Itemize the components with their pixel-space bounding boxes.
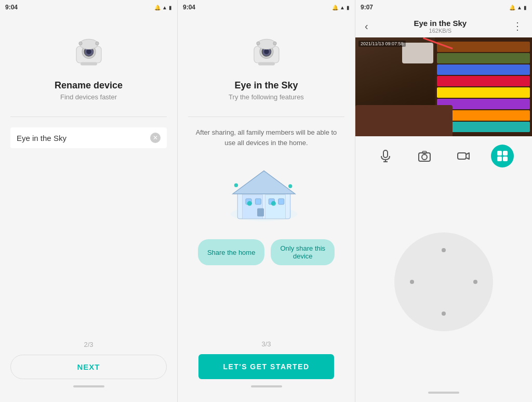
- grid-icon: [496, 149, 509, 163]
- svg-rect-38: [497, 151, 502, 155]
- signal-icon: 🔔: [154, 5, 161, 10]
- share-description: After sharing, all family members will b…: [188, 127, 344, 148]
- svg-marker-18: [233, 171, 295, 193]
- house-illustration: [225, 161, 308, 229]
- svg-point-3: [86, 49, 91, 55]
- svg-point-4: [79, 39, 98, 49]
- share-device-button[interactable]: Only share thisdevice: [271, 239, 335, 265]
- svg-rect-39: [503, 151, 508, 155]
- router: [402, 43, 433, 63]
- svg-rect-40: [497, 157, 502, 161]
- wifi-icon-2: ▲: [340, 5, 345, 10]
- svg-rect-15: [258, 62, 275, 65]
- device-name-input-row[interactable]: ✕: [10, 127, 167, 148]
- svg-point-26: [247, 201, 251, 206]
- clear-input-button[interactable]: ✕: [150, 133, 161, 143]
- svg-point-13: [256, 42, 259, 45]
- next-button[interactable]: NEXT: [10, 355, 167, 379]
- bottom-bar-1: [73, 385, 104, 387]
- svg-rect-20: [265, 195, 285, 219]
- camera-controls: [355, 136, 532, 176]
- device-name-input[interactable]: [17, 134, 150, 142]
- camera-header: ‹ Eye in the Sky 162KB/S ⋮: [355, 15, 532, 37]
- snapshot-button[interactable]: [413, 145, 436, 167]
- status-icons-2: 🔔 ▲ ▮: [332, 5, 350, 10]
- time-2: 9:04: [183, 4, 195, 11]
- svg-rect-41: [503, 157, 508, 161]
- joystick-right: [473, 280, 477, 284]
- camera-illustration: [65, 25, 112, 72]
- back-button[interactable]: ‹: [363, 18, 370, 34]
- camera-feed: 2021/11/13 09:07:58: [355, 37, 532, 136]
- svg-marker-37: [466, 153, 469, 159]
- svg-point-14: [273, 42, 276, 45]
- panel1-footer: 2/3 NEXT: [0, 335, 177, 402]
- share-buttons: Share the home Only share thisdevice: [198, 239, 335, 265]
- bottom-bar-2: [251, 385, 282, 387]
- wifi-icon-3: ▲: [517, 5, 522, 10]
- mic-icon: [379, 149, 392, 163]
- sofa: [355, 105, 453, 136]
- svg-point-5: [78, 42, 82, 45]
- status-bar-1: 9:04 🔔 ▲ ▮: [0, 0, 177, 15]
- svg-rect-25: [257, 208, 264, 216]
- house-svg: [225, 161, 303, 224]
- camera-bandwidth: 162KB/S: [429, 28, 451, 34]
- camera-illustration-2: [243, 25, 290, 72]
- rename-subtitle: Find devices faster: [60, 93, 117, 101]
- camera-title: Eye in the Sky: [414, 19, 467, 28]
- svg-rect-22: [255, 199, 261, 204]
- joystick-down: [442, 312, 446, 316]
- divider-1: [10, 116, 167, 117]
- wifi-icon: ▲: [162, 5, 167, 10]
- joystick-left: [410, 280, 414, 284]
- svg-point-34: [422, 154, 427, 160]
- battery-icon: ▮: [169, 5, 172, 10]
- microphone-button[interactable]: [374, 145, 397, 167]
- camera-snap-icon: [418, 149, 431, 163]
- svg-point-6: [95, 42, 98, 45]
- page-indicator-2: 3/3: [261, 340, 271, 348]
- rename-content: Rename device Find devices faster ✕: [0, 15, 177, 335]
- time-1: 9:04: [5, 4, 18, 11]
- book: [437, 53, 530, 63]
- settings-control-button[interactable]: [491, 145, 514, 167]
- camera-icon: [68, 28, 110, 69]
- panel3-footer: [355, 387, 532, 402]
- camera-icon-2: [246, 28, 287, 69]
- share-panel: 9:04 🔔 ▲ ▮ Eye in the Sky Try the follow…: [178, 0, 355, 402]
- signal-icon-2: 🔔: [332, 5, 338, 10]
- svg-point-11: [264, 49, 269, 55]
- svg-rect-24: [278, 199, 284, 204]
- battery-icon-2: ▮: [347, 5, 350, 10]
- bottom-bar-3: [428, 392, 459, 394]
- svg-point-27: [271, 201, 275, 206]
- video-icon: [457, 149, 470, 163]
- camera-scene: [355, 37, 532, 136]
- share-content: Eye in the Sky Try the following feature…: [178, 15, 355, 335]
- rename-panel: 9:04 🔔 ▲ ▮: [0, 0, 178, 402]
- book: [437, 87, 530, 98]
- svg-point-12: [257, 39, 275, 49]
- book: [437, 64, 530, 75]
- panel2-footer: 3/3 LET'S GET STARTED: [178, 335, 355, 402]
- joystick[interactable]: [394, 232, 493, 331]
- svg-point-28: [234, 183, 237, 187]
- svg-rect-36: [458, 153, 466, 159]
- joystick-area: [355, 176, 532, 387]
- page-indicator-1: 2/3: [84, 341, 93, 348]
- svg-rect-7: [81, 62, 97, 65]
- video-record-button[interactable]: [452, 145, 475, 167]
- divider-2: [188, 116, 344, 117]
- share-title: Eye in the Sky: [234, 80, 298, 91]
- lets-started-button[interactable]: LET'S GET STARTED: [198, 354, 334, 379]
- status-icons-1: 🔔 ▲ ▮: [154, 5, 172, 10]
- share-subtitle: Try the following features: [229, 93, 304, 101]
- svg-rect-30: [383, 150, 388, 158]
- status-bar-2: 9:04 🔔 ▲ ▮: [178, 0, 355, 15]
- share-home-button[interactable]: Share the home: [198, 239, 265, 265]
- more-menu-button[interactable]: ⋮: [510, 18, 525, 34]
- camera-title-wrap: Eye in the Sky 162KB/S: [414, 19, 467, 34]
- rename-title: Rename device: [55, 80, 123, 91]
- book: [437, 76, 530, 86]
